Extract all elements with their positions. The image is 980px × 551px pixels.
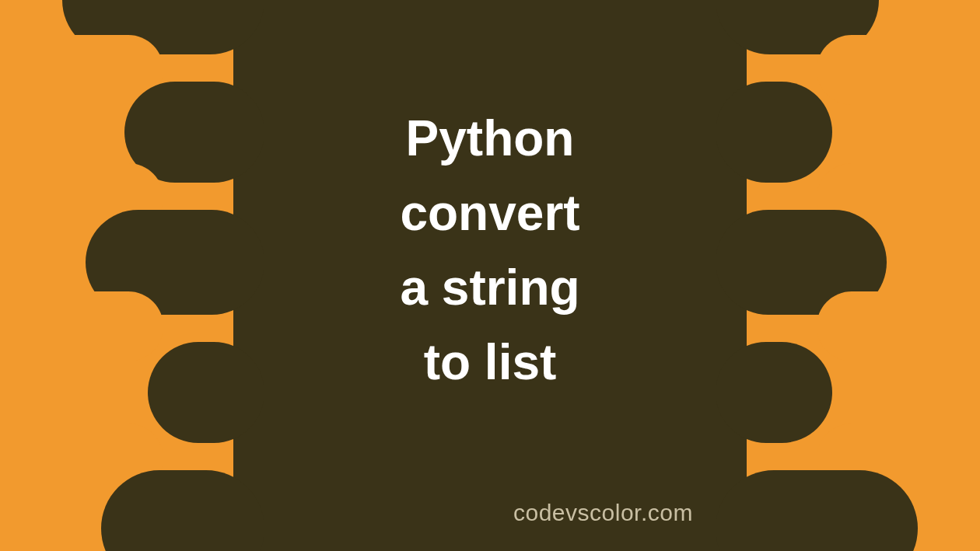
blob-notch — [817, 291, 980, 361]
blob-bump — [716, 342, 832, 443]
blob-notch — [817, 35, 980, 105]
main-title: Python convert a string to list — [400, 101, 579, 399]
right-blob-bumps — [747, 0, 980, 551]
site-credit: codevscolor.com — [513, 500, 693, 526]
blob-bump — [148, 342, 264, 443]
blob-bump — [716, 470, 918, 551]
blob-notch — [0, 291, 163, 361]
blob-bump — [716, 82, 832, 183]
blob-notch — [0, 35, 163, 105]
blob-bump — [101, 470, 264, 551]
left-blob-bumps — [0, 0, 233, 551]
